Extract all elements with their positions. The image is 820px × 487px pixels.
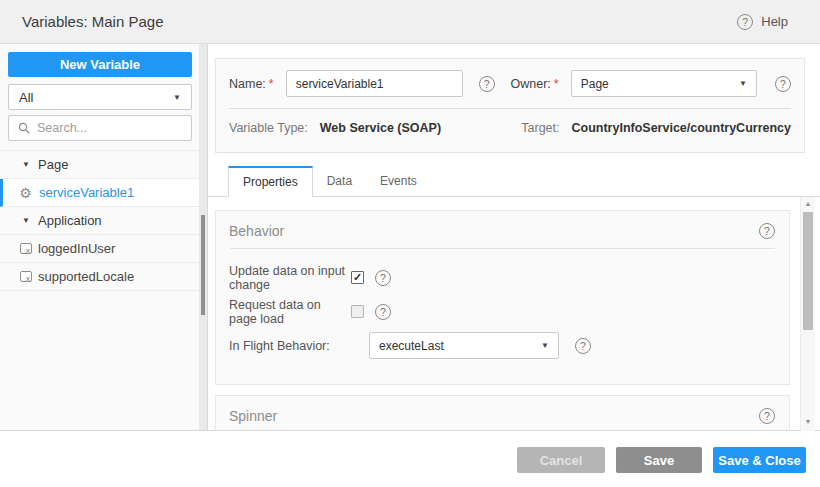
name-label: Name: (229, 77, 266, 91)
tree-item-label: serviceVariable1 (39, 185, 134, 200)
collapse-caret-icon[interactable]: ▼ (22, 217, 32, 225)
tree-group-application[interactable]: ▼ Application (0, 207, 199, 235)
sidebar-scrollbar[interactable] (199, 44, 207, 430)
scroll-up-icon[interactable]: ▲ (801, 199, 815, 209)
search-icon (18, 122, 30, 134)
tab-label: Properties (243, 175, 298, 189)
help-link[interactable]: ? Help (737, 14, 788, 30)
tree-group-label: Application (38, 213, 102, 228)
owner-select[interactable]: Page ▼ (571, 70, 757, 97)
chevron-down-icon: ▼ (541, 341, 549, 350)
owner-value: Page (581, 77, 609, 91)
field-label: Request data on page load (229, 298, 351, 326)
variable-type-label: Variable Type: (229, 121, 308, 135)
name-help-icon[interactable]: ? (479, 76, 495, 92)
name-field[interactable] (286, 70, 463, 97)
cancel-button[interactable]: Cancel (517, 447, 605, 473)
tree-item-label: supportedLocale (38, 269, 134, 284)
field-help-icon[interactable]: ? (575, 338, 591, 354)
new-variable-button[interactable]: New Variable (8, 52, 192, 77)
dialog-header: Variables: Main Page ? Help (0, 0, 820, 44)
type-target-row: Variable Type: Web Service (SOAP) Target… (229, 121, 791, 135)
variable-search[interactable] (8, 115, 192, 141)
field-request-on-page-load: Request data on page load ? (229, 298, 776, 325)
dialog-footer: Cancel Save Save & Close (517, 447, 806, 473)
behavior-help-icon[interactable]: ? (759, 223, 775, 239)
field-help-icon[interactable]: ? (375, 304, 391, 320)
spinner-section-title: Spinner (229, 408, 277, 424)
variable-filter-value: All (19, 90, 33, 105)
content-scrollbar-thumb[interactable] (803, 212, 813, 330)
sidebar-scrollbar-thumb[interactable] (201, 215, 205, 315)
save-button[interactable]: Save (616, 447, 702, 473)
tab-properties[interactable]: Properties (228, 166, 313, 197)
scroll-down-icon[interactable]: ▼ (801, 417, 815, 427)
gear-icon: ⚙ (18, 186, 33, 200)
behavior-section: Behavior ? Update data on input change ?… (215, 210, 790, 385)
detail-tabs: Properties Data Events (208, 167, 820, 197)
behavior-section-title: Behavior (229, 223, 284, 239)
variable-icon: x (20, 271, 32, 282)
request-data-checkbox[interactable] (351, 305, 364, 318)
variables-sidebar: New Variable All ▼ ▼ Page ⚙ serviceVaria… (0, 44, 208, 431)
owner-help-icon[interactable]: ? (775, 76, 791, 92)
summary-divider (229, 108, 791, 109)
tree-group-label: Page (38, 157, 68, 172)
required-asterisk: * (554, 77, 559, 91)
tab-label: Data (327, 174, 352, 188)
tree-item-supportedlocale[interactable]: x supportedLocale (0, 263, 199, 291)
variables-dialog: Variables: Main Page ? Help New Variable… (0, 0, 820, 487)
tree-item-servicevariable1[interactable]: ⚙ serviceVariable1 (0, 179, 199, 207)
tab-events[interactable]: Events (366, 166, 431, 196)
spinner-help-icon[interactable]: ? (759, 408, 775, 424)
update-data-checkbox[interactable] (351, 271, 364, 284)
field-label: Update data on input change (229, 264, 351, 292)
field-help-icon[interactable]: ? (375, 270, 391, 286)
owner-label: Owner: (511, 77, 551, 91)
chevron-down-icon: ▼ (739, 79, 747, 88)
target-value: CountryInfoService/countryCurrency (572, 121, 792, 135)
tab-data[interactable]: Data (313, 166, 366, 196)
help-label: Help (761, 14, 788, 29)
save-and-close-button[interactable]: Save & Close (713, 447, 806, 473)
page-title: Variables: Main Page (22, 13, 163, 30)
tree-item-label: loggedInUser (38, 241, 115, 256)
variables-tree: ▼ Page ⚙ serviceVariable1 ▼ Application … (0, 150, 199, 291)
field-in-flight-behavior: In Flight Behavior: executeLast ▼ ? (229, 332, 776, 359)
variable-type-value: Web Service (SOAP) (320, 121, 441, 135)
search-input[interactable] (37, 121, 182, 135)
tree-group-page[interactable]: ▼ Page (0, 151, 199, 179)
tab-label: Events (380, 174, 417, 188)
variable-summary-panel: Name: * ? Owner: * Page ▼ ? Variable Typ… (215, 58, 805, 153)
content-scrollbar[interactable]: ▲ ▼ (800, 197, 815, 431)
field-label: In Flight Behavior: (229, 339, 351, 353)
in-flight-behavior-select[interactable]: executeLast ▼ (369, 332, 559, 359)
collapse-caret-icon[interactable]: ▼ (22, 161, 32, 169)
field-update-on-input-change: Update data on input change ? (229, 264, 776, 291)
required-asterisk: * (269, 77, 274, 91)
spinner-section: Spinner ? (215, 395, 790, 431)
variable-filter-select[interactable]: All ▼ (8, 84, 192, 110)
help-question-icon: ? (737, 14, 753, 30)
properties-tab-content: Behavior ? Update data on input change ?… (208, 197, 820, 431)
in-flight-behavior-value: executeLast (379, 339, 444, 353)
variable-icon: x (20, 243, 32, 254)
name-owner-row: Name: * ? Owner: * Page ▼ ? (229, 70, 791, 97)
chevron-down-icon: ▼ (173, 93, 181, 102)
target-label: Target: (521, 121, 559, 135)
tree-item-loggedinuser[interactable]: x loggedInUser (0, 235, 199, 263)
